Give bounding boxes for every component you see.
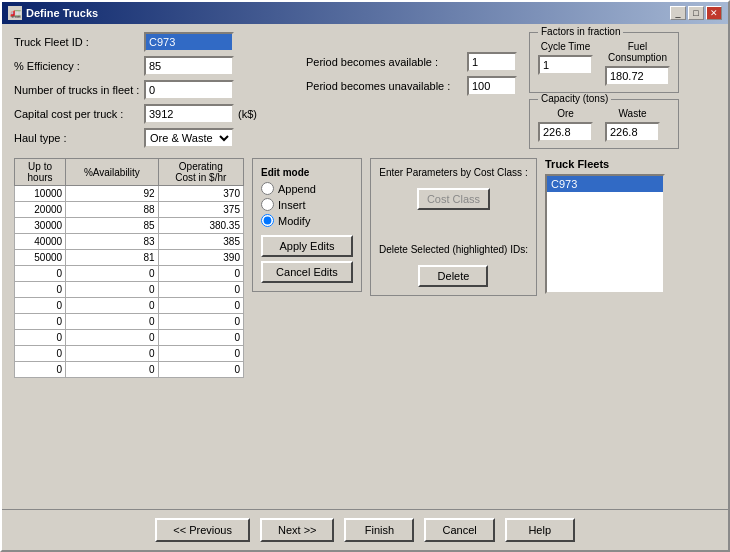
factors-title: Factors in fraction (538, 26, 623, 37)
cell-cost: 390 (158, 250, 243, 266)
period-unavailable-row: Period becomes unavailable : (306, 76, 517, 96)
cell-availability: 0 (66, 282, 158, 298)
efficiency-input[interactable] (144, 56, 234, 76)
main-content: Truck Fleet ID : % Efficiency : Number o… (2, 24, 728, 509)
close-button[interactable]: ✕ (706, 6, 722, 20)
table-row: 000 (15, 314, 244, 330)
waste-label: Waste (619, 108, 647, 119)
cell-cost: 0 (158, 298, 243, 314)
col-availability-header: %Availability (66, 159, 158, 186)
num-trucks-input[interactable] (144, 80, 234, 100)
waste-input[interactable] (605, 122, 660, 142)
capacity-box: Capacity (tons) Ore Waste (529, 99, 679, 149)
cell-cost: 385 (158, 234, 243, 250)
cell-cost: 0 (158, 362, 243, 378)
previous-button[interactable]: << Previous (155, 518, 250, 542)
title-bar-left: 🚛 Define Trucks (8, 6, 98, 20)
cell-hours: 0 (15, 362, 66, 378)
cell-availability: 0 (66, 362, 158, 378)
title-buttons: _ □ ✕ (670, 6, 722, 20)
fuel-consumption-label: Fuel Consumption (608, 41, 668, 63)
truck-fleet-id-label: Truck Fleet ID : (14, 36, 144, 48)
table-row: 5000081390 (15, 250, 244, 266)
params-title: Enter Parameters by Cost Class : (379, 167, 527, 178)
table-row: 000 (15, 330, 244, 346)
factors-box: Factors in fraction Cycle Time Fuel Cons… (529, 32, 679, 93)
parameters-panel: Enter Parameters by Cost Class : Cost Cl… (370, 158, 537, 296)
capacity-content: Ore Waste (538, 108, 670, 142)
delete-label: Delete Selected (highlighted) IDs: (379, 244, 528, 255)
table-row: 000 (15, 346, 244, 362)
table-section: Up tohours %Availability OperatingCost i… (14, 158, 244, 501)
insert-radio[interactable] (261, 198, 274, 211)
num-trucks-label: Number of trucks in fleet : (14, 84, 144, 96)
modify-radio[interactable] (261, 214, 274, 227)
factors-content: Cycle Time Fuel Consumption (538, 41, 670, 86)
cell-hours: 40000 (15, 234, 66, 250)
capital-cost-input[interactable] (144, 104, 234, 124)
cancel-edits-button[interactable]: Cancel Edits (261, 261, 353, 283)
period-unavailable-label: Period becomes unavailable : (306, 80, 461, 92)
truck-fleet-item-c973[interactable]: C973 (547, 176, 663, 192)
fuel-consumption-input[interactable] (605, 66, 670, 86)
cell-cost: 0 (158, 266, 243, 282)
ore-col: Ore (538, 108, 593, 142)
col-cost-header: OperatingCost in $/hr (158, 159, 243, 186)
table-row: 000 (15, 282, 244, 298)
cell-hours: 0 (15, 266, 66, 282)
delete-button[interactable]: Delete (418, 265, 488, 287)
cell-cost: 380.35 (158, 218, 243, 234)
left-form: Truck Fleet ID : % Efficiency : Number o… (14, 32, 294, 152)
capital-cost-unit: (k$) (238, 108, 257, 120)
cell-availability: 85 (66, 218, 158, 234)
table-body: 100009237020000883753000085380.354000083… (15, 186, 244, 378)
truck-fleet-id-input[interactable] (144, 32, 234, 52)
cell-hours: 0 (15, 298, 66, 314)
apply-edits-button[interactable]: Apply Edits (261, 235, 353, 257)
edit-mode-title: Edit mode (261, 167, 353, 178)
period-unavailable-input[interactable] (467, 76, 517, 96)
efficiency-row: % Efficiency : (14, 56, 294, 76)
cell-cost: 0 (158, 282, 243, 298)
haul-type-row: Haul type : Ore & WasteOreWaste (14, 128, 294, 148)
cell-availability: 88 (66, 202, 158, 218)
cell-availability: 0 (66, 298, 158, 314)
period-available-input[interactable] (467, 52, 517, 72)
maximize-button[interactable]: □ (688, 6, 704, 20)
top-area: Truck Fleet ID : % Efficiency : Number o… (14, 32, 716, 152)
cell-availability: 0 (66, 266, 158, 282)
append-radio[interactable] (261, 182, 274, 195)
fuel-consumption-col: Fuel Consumption (605, 41, 670, 86)
bottom-bar: << Previous Next >> Finish Cancel Help (2, 509, 728, 550)
finish-button[interactable]: Finish (344, 518, 414, 542)
ore-label: Ore (557, 108, 574, 119)
minimize-button[interactable]: _ (670, 6, 686, 20)
haul-type-select[interactable]: Ore & WasteOreWaste (144, 128, 234, 148)
cell-availability: 0 (66, 330, 158, 346)
cell-availability: 83 (66, 234, 158, 250)
table-row: 1000092370 (15, 186, 244, 202)
cycle-time-label: Cycle Time (541, 41, 590, 52)
help-button[interactable]: Help (505, 518, 575, 542)
period-available-row: Period becomes available : (306, 52, 517, 72)
cost-class-button[interactable]: Cost Class (417, 188, 490, 210)
next-button[interactable]: Next >> (260, 518, 335, 542)
cell-cost: 370 (158, 186, 243, 202)
insert-radio-row: Insert (261, 198, 353, 211)
ore-input[interactable] (538, 122, 593, 142)
cell-cost: 0 (158, 314, 243, 330)
main-window: 🚛 Define Trucks _ □ ✕ Truck Fleet ID : %… (0, 0, 730, 552)
cell-hours: 50000 (15, 250, 66, 266)
efficiency-label: % Efficiency : (14, 60, 144, 72)
cycle-time-col: Cycle Time (538, 41, 593, 86)
delete-section: Delete Selected (highlighted) IDs: Delet… (379, 224, 528, 287)
cancel-button[interactable]: Cancel (424, 518, 494, 542)
cycle-time-input[interactable] (538, 55, 593, 75)
haul-type-label: Haul type : (14, 132, 144, 144)
cell-availability: 81 (66, 250, 158, 266)
cell-hours: 20000 (15, 202, 66, 218)
capacity-title: Capacity (tons) (538, 93, 611, 104)
truck-fleets-listbox[interactable]: C973 (545, 174, 665, 294)
append-label: Append (278, 183, 316, 195)
edit-mode-panel: Edit mode Append Insert Modify Apply Edi… (252, 158, 362, 292)
